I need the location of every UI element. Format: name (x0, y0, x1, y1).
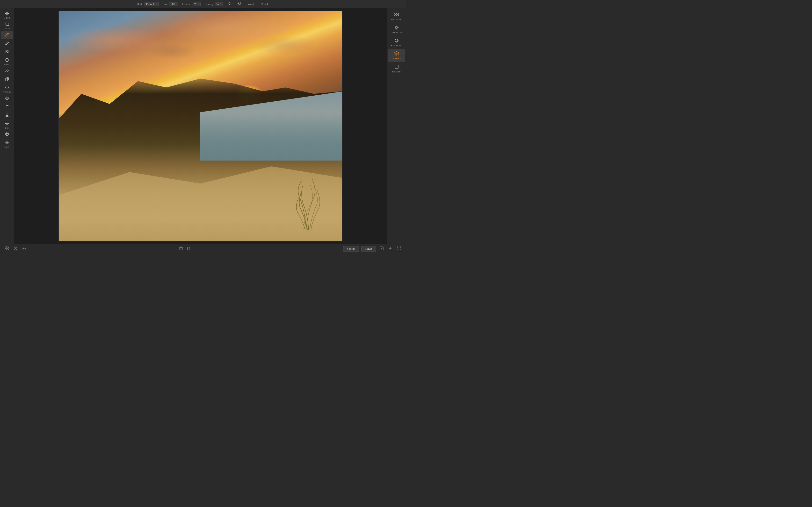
svg-point-27 (396, 40, 397, 41)
tool-erase[interactable] (1, 67, 13, 75)
top-toolbar: Mode Paint In ▾ Size 500 ▾ Feather 25 ▾ … (0, 0, 406, 8)
mode-control: Mode Paint In ▾ (137, 2, 159, 6)
mask-label: MASK (4, 63, 10, 66)
opacity-label: Opacity (204, 3, 213, 6)
brush-icon (5, 33, 9, 38)
feather-label: Feather (182, 3, 191, 6)
browse-label: BROWSE (391, 18, 402, 21)
hand-icon (5, 132, 9, 137)
bottom-bar: Close Save (0, 244, 406, 253)
next-icon[interactable] (387, 246, 394, 252)
close-button[interactable]: Close (343, 246, 359, 252)
fullscreen-icon[interactable] (396, 246, 402, 252)
tool-paint[interactable] (1, 40, 13, 48)
svg-rect-21 (397, 13, 399, 14)
svg-rect-39 (188, 247, 189, 250)
crop-label: CROP (4, 27, 10, 30)
effects-icon (394, 38, 399, 44)
tool-hand[interactable] (1, 131, 13, 139)
mode-dropdown[interactable]: Paint In ▾ (145, 2, 158, 6)
svg-point-38 (180, 247, 182, 249)
erase-icon (5, 68, 9, 74)
tool-stamp[interactable] (1, 112, 13, 120)
svg-rect-31 (5, 249, 6, 250)
svg-point-35 (15, 247, 16, 248)
tool-clone[interactable] (1, 76, 13, 84)
compare-icon[interactable] (186, 246, 192, 252)
landscape-photo (59, 11, 342, 241)
settings-bottom-icon[interactable] (21, 246, 27, 251)
save-button[interactable]: Save (361, 246, 376, 252)
photo-canvas (58, 11, 343, 241)
tool-refine[interactable]: REFINE (1, 84, 13, 95)
right-tool-develop[interactable]: DEVELOP (388, 23, 405, 36)
right-tool-browse[interactable]: BROWSE (388, 10, 405, 23)
size-label: Size (163, 3, 168, 6)
fix-label: FIX (5, 127, 9, 129)
opacity-dropdown[interactable]: 57 ▾ (215, 2, 223, 6)
svg-rect-29 (5, 247, 6, 248)
opacity-value: 57 (216, 3, 219, 6)
svg-rect-30 (7, 247, 8, 248)
export-icon[interactable] (378, 246, 385, 252)
info-icon[interactable] (12, 246, 18, 251)
svg-rect-22 (395, 15, 396, 16)
view-label: VIEW (4, 146, 9, 148)
bottom-center-controls (178, 246, 192, 252)
svg-point-6 (7, 51, 8, 52)
main-area: MOVE CROP (0, 8, 406, 244)
text-icon (5, 105, 9, 110)
svg-rect-28 (395, 65, 398, 68)
right-tool-layers[interactable]: LAYERS (388, 49, 405, 62)
feather-dropdown[interactable]: 25 ▾ (193, 2, 201, 6)
develop-label: DEVELOP (391, 32, 402, 34)
tool-view[interactable]: VIEW (1, 139, 13, 150)
right-tool-resize[interactable]: RESIZE (388, 62, 405, 75)
move-label: MOVE (4, 17, 10, 19)
reset-button[interactable]: Reset (260, 2, 269, 6)
layout-icon[interactable] (4, 246, 10, 251)
gradient-icon (5, 96, 9, 101)
eye-icon (5, 121, 9, 126)
view-icon (5, 140, 9, 146)
tool-fix[interactable]: FIX (1, 120, 13, 130)
tool-crop[interactable]: CROP (1, 21, 13, 31)
svg-rect-11 (5, 78, 7, 81)
invert-button[interactable]: Invert (246, 2, 256, 6)
feather-chevron-icon: ▾ (198, 3, 199, 5)
tool-gradient[interactable] (1, 95, 13, 103)
svg-point-36 (24, 248, 25, 249)
tool-mask[interactable]: MASK (1, 57, 13, 67)
mode-chevron-icon: ▾ (156, 3, 157, 5)
svg-point-25 (396, 27, 397, 28)
feather-value: 25 (194, 3, 197, 6)
tool-brush[interactable] (1, 32, 13, 39)
tool-text[interactable] (1, 103, 13, 111)
resize-label: RESIZE (392, 70, 401, 73)
tool-move[interactable]: MOVE (1, 10, 13, 20)
capture-icon[interactable] (178, 246, 184, 252)
stamp-icon (5, 113, 9, 118)
tool-adjust[interactable] (1, 48, 13, 56)
clone-icon (5, 77, 9, 82)
settings-icon[interactable] (236, 1, 242, 7)
resize-icon (394, 64, 399, 70)
bottom-left-controls (4, 246, 27, 251)
opacity-control: Opacity 57 ▾ (204, 2, 223, 6)
crop-icon (5, 22, 9, 27)
size-chevron-icon: ▾ (176, 3, 176, 5)
layers-icon (394, 51, 399, 57)
size-dropdown[interactable]: 500 ▾ (169, 2, 179, 6)
browse-icon (394, 12, 399, 18)
left-sidebar: MOVE CROP (0, 8, 14, 244)
svg-point-0 (239, 3, 240, 4)
opacity-chevron-icon: ▾ (220, 3, 221, 5)
canvas-area[interactable] (14, 8, 387, 244)
brush-settings-icon[interactable] (227, 1, 233, 7)
mask-icon (5, 58, 9, 63)
right-tool-effects[interactable]: EFFECTS (388, 36, 405, 49)
develop-icon (394, 25, 399, 31)
size-value: 500 (170, 3, 175, 6)
size-control: Size 500 ▾ (163, 2, 179, 6)
svg-rect-40 (190, 247, 191, 250)
